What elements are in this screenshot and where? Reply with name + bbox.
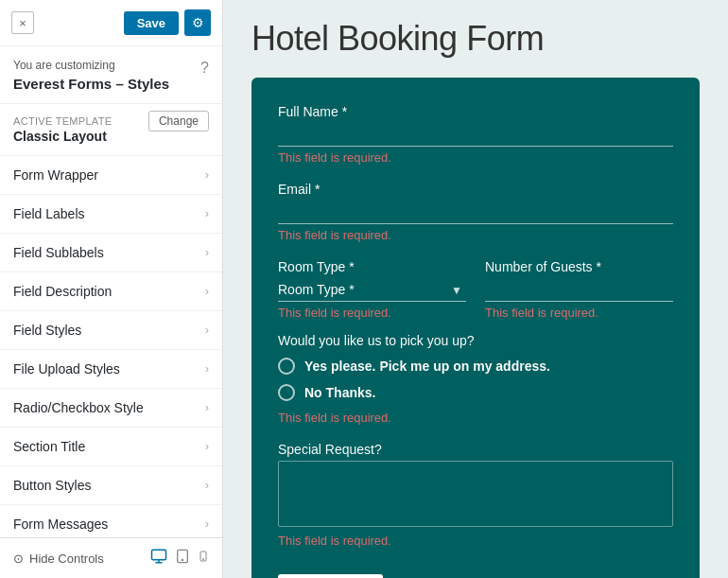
radio-no[interactable]: No Thanks. xyxy=(278,384,673,401)
menu-item-form-wrapper[interactable]: Form Wrapper › xyxy=(0,156,222,195)
email-input[interactable] xyxy=(278,201,673,224)
guests-label: Number of Guests * xyxy=(485,259,673,274)
eye-icon: ⊙ xyxy=(13,552,24,566)
special-request-group: Special Request? This field is required. xyxy=(278,442,673,548)
menu-item-label: Radio/Checkbox Style xyxy=(13,400,144,415)
menu-item-field-description[interactable]: Field Description › xyxy=(0,272,222,311)
chevron-right-icon: › xyxy=(205,439,209,453)
room-type-group: Room Type * Room Type * ▼ This field is … xyxy=(278,259,466,320)
chevron-right-icon: › xyxy=(205,400,209,414)
two-col-group: Room Type * Room Type * ▼ This field is … xyxy=(278,259,673,320)
change-template-button[interactable]: Change xyxy=(148,111,209,131)
submit-button[interactable]: Submit xyxy=(278,574,383,578)
email-group: Email * This field is required. xyxy=(278,182,673,242)
chevron-right-icon: › xyxy=(205,323,209,337)
help-icon[interactable]: ? xyxy=(200,60,209,77)
right-panel: Hotel Booking Form Full Name * This fiel… xyxy=(223,0,728,578)
panel-footer: ⊙ Hide Controls xyxy=(0,537,222,578)
customizing-section: You are customizing Everest Forms – Styl… xyxy=(0,46,222,104)
room-type-select-wrapper: Room Type * ▼ xyxy=(278,278,466,302)
pickup-group: Would you like us to pick you up? Yes pl… xyxy=(278,333,673,425)
menu-item-label: Field Labels xyxy=(13,206,85,221)
chevron-right-icon: › xyxy=(205,284,209,298)
close-button[interactable]: × xyxy=(11,11,34,34)
menu-item-button-styles[interactable]: Button Styles › xyxy=(0,466,222,505)
full-name-error: This field is required. xyxy=(278,150,673,165)
menu-item-label: Section Title xyxy=(13,439,85,454)
full-name-input[interactable] xyxy=(278,123,673,147)
gear-button[interactable]: ⚙ xyxy=(184,9,211,36)
desktop-icon[interactable] xyxy=(150,548,167,569)
menu-item-section-title[interactable]: Section Title › xyxy=(0,428,222,466)
tablet-icon[interactable] xyxy=(175,548,190,569)
menu-item-label: Form Messages xyxy=(13,517,108,532)
full-name-label: Full Name * xyxy=(278,104,673,119)
hide-controls-label: Hide Controls xyxy=(29,552,104,566)
menu-item-field-styles[interactable]: Field Styles › xyxy=(0,311,222,350)
chevron-right-icon: › xyxy=(205,517,209,531)
menu-item-label: Field Description xyxy=(13,284,112,299)
viewport-icons xyxy=(150,548,209,569)
save-area: Save ⚙ xyxy=(124,9,211,36)
menu-list: Form Wrapper › Field Labels › Field Subl… xyxy=(0,156,222,537)
radio-group: Yes please. Pick me up on my address. No… xyxy=(278,358,673,401)
customizing-label: You are customizing xyxy=(13,58,169,74)
chevron-right-icon: › xyxy=(205,245,209,259)
chevron-right-icon: › xyxy=(205,478,209,492)
guests-error: This field is required. xyxy=(485,306,673,320)
email-label: Email * xyxy=(278,182,673,197)
hide-controls-button[interactable]: ⊙ Hide Controls xyxy=(13,552,104,566)
menu-item-label: Field Sublabels xyxy=(13,245,104,260)
menu-item-field-sublabels[interactable]: Field Sublabels › xyxy=(0,234,222,272)
svg-point-4 xyxy=(203,559,204,560)
menu-item-form-messages[interactable]: Form Messages › xyxy=(0,505,222,537)
menu-item-file-upload-styles[interactable]: File Upload Styles › xyxy=(0,350,222,389)
form-title: Hotel Booking Form xyxy=(251,19,700,59)
menu-item-field-labels[interactable]: Field Labels › xyxy=(0,195,222,234)
room-type-label: Room Type * xyxy=(278,259,466,274)
menu-item-label: Field Styles xyxy=(13,323,81,338)
guests-group: Number of Guests * This field is require… xyxy=(485,259,673,320)
customizing-title: Everest Forms – Styles xyxy=(13,76,169,92)
room-type-error: This field is required. xyxy=(278,306,466,320)
active-template-label: Active template xyxy=(13,115,112,127)
left-panel: × Save ⚙ You are customizing Everest For… xyxy=(0,0,223,578)
active-template-section: Active template Classic Layout Change xyxy=(0,104,222,156)
form-container: Full Name * This field is required. Emai… xyxy=(251,78,700,578)
chevron-right-icon: › xyxy=(205,206,209,220)
save-button[interactable]: Save xyxy=(124,11,179,35)
menu-item-label: File Upload Styles xyxy=(13,361,120,377)
chevron-right-icon: › xyxy=(205,167,209,182)
special-request-textarea[interactable] xyxy=(278,461,673,527)
guests-input[interactable] xyxy=(485,278,673,302)
menu-item-label: Button Styles xyxy=(13,478,92,493)
panel-header: × Save ⚙ xyxy=(0,0,222,46)
svg-rect-0 xyxy=(152,550,166,560)
radio-circle-yes xyxy=(278,358,295,375)
radio-yes[interactable]: Yes please. Pick me up on my address. xyxy=(278,358,673,375)
radio-no-label: No Thanks. xyxy=(304,385,375,400)
chevron-right-icon: › xyxy=(205,361,209,376)
pickup-question: Would you like us to pick you up? xyxy=(278,333,673,348)
email-error: This field is required. xyxy=(278,228,673,242)
menu-item-radio-checkbox-style[interactable]: Radio/Checkbox Style › xyxy=(0,389,222,428)
radio-circle-no xyxy=(278,384,295,401)
pickup-error: This field is required. xyxy=(278,411,673,425)
svg-point-2 xyxy=(182,559,182,560)
room-type-select[interactable]: Room Type * xyxy=(278,278,466,302)
radio-yes-label: Yes please. Pick me up on my address. xyxy=(304,359,550,374)
special-request-error: This field is required. xyxy=(278,534,673,548)
full-name-group: Full Name * This field is required. xyxy=(278,104,673,165)
template-name: Classic Layout xyxy=(13,129,112,144)
special-request-label: Special Request? xyxy=(278,442,673,457)
menu-item-label: Form Wrapper xyxy=(13,167,98,183)
mobile-icon[interactable] xyxy=(198,548,209,569)
